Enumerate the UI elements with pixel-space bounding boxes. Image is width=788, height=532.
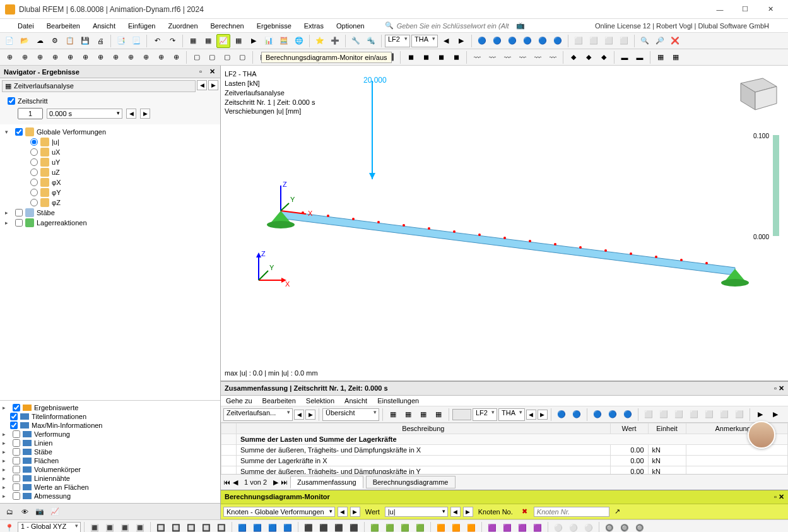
bt-31[interactable]: ⚪ [582,521,596,533]
menu-datei[interactable]: Datei [13,21,39,31]
menu-ansicht[interactable]: Ansicht [88,21,121,31]
bt-29[interactable]: ⚪ [551,521,565,533]
pager-next[interactable]: ▶ [273,478,278,487]
expand-icon[interactable]: 📺 [516,21,525,30]
menu-bearbeiten[interactable]: Bearbeiten [42,21,85,31]
tb-b9[interactable]: ⊕ [124,50,138,64]
radio-phiz[interactable] [30,199,38,206]
tb-g2[interactable]: 〰 [485,50,499,64]
mon-next[interactable]: ▶ [350,507,360,517]
monitor-type-dd[interactable]: Knoten - Globale Verformungen [223,507,335,517]
tb-w3[interactable]: ⬜ [602,34,616,48]
st-f4[interactable]: ⬜ [687,408,701,422]
bt-15[interactable]: ⬛ [317,521,331,533]
tb-b6[interactable]: ⊕ [78,50,92,64]
tb-f1[interactable]: ◼ [404,50,418,64]
check-dim[interactable] [13,492,20,500]
tree-check-members[interactable] [15,209,23,216]
tree-item-uy[interactable]: uY [52,158,60,166]
tb-calc1[interactable]: 📊 [262,34,276,48]
tb-wizard[interactable]: ⚙ [48,34,62,48]
menu-optionen[interactable]: Optionen [331,21,370,31]
tb-table3[interactable]: ▦ [232,34,245,48]
bt-21[interactable]: 🟩 [413,521,427,533]
bt-34[interactable]: 🔘 [633,521,647,533]
tb-c3[interactable]: ▢ [220,50,234,64]
check-results[interactable] [13,404,20,411]
bt-18[interactable]: 🟩 [368,521,382,533]
bt-1[interactable]: 🔳 [88,521,102,533]
menu-extras[interactable]: Extras [299,21,329,31]
analysis-dropdown[interactable]: ▦Zeitverlaufsanalyse [2,80,196,92]
st-g2[interactable]: ▶ [768,408,782,422]
3d-viewport[interactable]: LF2 - THA Lasten [kN] Zeitverlaufsanalys… [221,66,788,381]
bt-5[interactable]: 🔲 [154,521,168,533]
bt-3[interactable]: 🔳 [118,521,132,533]
cs-selector[interactable]: 1 - Global XYZ [18,522,81,533]
st-g1[interactable]: ▶ [753,408,767,422]
st-f1[interactable]: ⬜ [642,408,656,422]
table-row[interactable]: Summe der Lagerkräfte in X0.00kN [221,456,788,466]
tb-g5[interactable]: 〰 [531,50,544,64]
radio-ux[interactable] [30,148,38,156]
bt-33[interactable]: 🔘 [618,521,632,533]
tb-calc2[interactable]: 🧮 [277,34,291,48]
tb-star[interactable]: ⭐ [313,34,327,48]
bt-9[interactable]: 🔲 [215,521,228,533]
bt-14[interactable]: ⬛ [302,521,315,533]
pick-icon[interactable]: ↗ [615,507,620,516]
caret-icon[interactable]: ▾ [5,129,13,135]
tb-f2[interactable]: ◼ [419,50,433,64]
tb-v6[interactable]: 🔵 [551,34,565,48]
menu-zuordnen[interactable]: Zuordnen [163,21,203,31]
knoten-input[interactable] [534,507,609,517]
monitor-value-dd[interactable]: |u| [385,507,448,517]
tb-doc2[interactable]: 📃 [129,34,143,48]
tb-next[interactable]: ▶ [454,34,468,48]
tree-item-phiz[interactable]: φZ [52,199,61,206]
tb-new[interactable]: 📄 [3,34,16,48]
tb-b3[interactable]: ⊕ [33,50,47,64]
tb-table1[interactable]: ▦ [186,34,200,48]
tb-globe[interactable]: 🌐 [292,34,306,48]
tree-check-global[interactable] [15,128,23,136]
st-4[interactable]: ▦ [432,408,445,422]
bt-11[interactable]: 🟦 [250,521,264,533]
sum-lf-prev[interactable]: ◀ [526,410,536,420]
bt-12[interactable]: 🟦 [266,521,279,533]
timestep-prev[interactable]: ◀ [126,109,136,119]
tb-copy[interactable]: 📋 [63,34,77,48]
minimize-button[interactable]: — [707,1,732,18]
close-panel-icon[interactable]: ✕ [208,68,216,76]
nav-tab-1[interactable]: 🗂 [3,505,16,519]
mon-val-prev[interactable]: ◀ [450,507,461,517]
st-f3[interactable]: ⬜ [672,408,686,422]
tb-add[interactable]: ➕ [328,34,342,48]
pin-icon[interactable]: ▫ [774,493,777,500]
tb-tool-a[interactable]: 🔧 [349,34,363,48]
tb-h3[interactable]: ◆ [597,50,611,64]
table-row[interactable]: Summe der äußeren, Trägheits- und Dämpfu… [221,445,788,456]
tb-redo[interactable]: ↷ [165,34,179,48]
sm-goto[interactable]: Gehe zu [226,397,252,405]
st-d[interactable]: 🔵 [606,408,620,422]
bt-8[interactable]: 🔲 [199,521,213,533]
st-a[interactable]: 🔵 [555,408,568,422]
tb-w4[interactable]: ⬜ [617,34,631,48]
tb-v2[interactable]: 🔵 [490,34,504,48]
analysis-prev[interactable]: ◀ [197,80,207,90]
pager-prev[interactable]: ◀ [233,478,238,487]
analysis-type-selector[interactable]: THA [411,35,438,47]
radio-phix[interactable] [30,179,38,186]
sum-prev[interactable]: ◀ [294,410,304,420]
tb-b11[interactable]: ⊕ [154,50,168,64]
tb-i2[interactable]: ▬ [633,50,647,64]
check-title[interactable] [10,413,18,420]
st-f5[interactable]: ⬜ [702,408,716,422]
tb-v3[interactable]: 🔵 [505,34,519,48]
tb-j2[interactable]: ▦ [669,50,683,64]
tb-b8[interactable]: ⊕ [109,50,122,64]
tb-b2[interactable]: ⊕ [18,50,32,64]
tree-item-phiy[interactable]: φY [52,189,61,196]
tb-doc1[interactable]: 📑 [114,34,128,48]
